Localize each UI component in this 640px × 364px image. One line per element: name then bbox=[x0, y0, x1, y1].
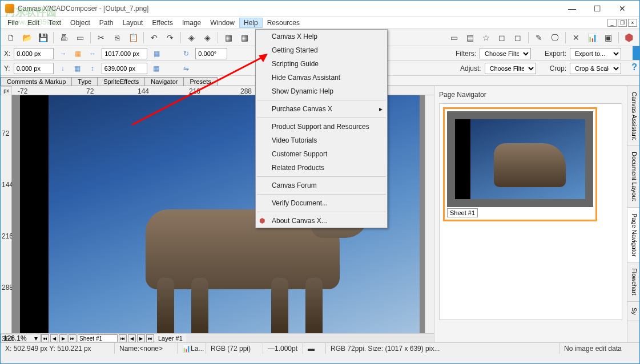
paste-icon[interactable]: 📋 bbox=[126, 31, 140, 45]
collapse-tab[interactable] bbox=[633, 46, 639, 60]
side-tab-sy[interactable]: Sy bbox=[627, 302, 639, 321]
height-input[interactable] bbox=[102, 63, 147, 74]
titlebar: Canvas X?CADComposer - [Output_7.png] — … bbox=[1, 1, 639, 17]
dd-getting-started[interactable]: Getting Started bbox=[256, 43, 387, 57]
lock2-icon[interactable]: ▦ bbox=[151, 63, 162, 74]
angle-input[interactable] bbox=[195, 48, 227, 59]
stack2-icon[interactable]: ▦ bbox=[238, 31, 251, 45]
dd-customer-support[interactable]: Customer Support bbox=[256, 147, 387, 161]
print-icon[interactable]: 🖶 bbox=[57, 31, 71, 45]
status-la: La... bbox=[191, 345, 204, 353]
presentation-icon[interactable]: ▭ bbox=[73, 31, 87, 45]
mdi-minimize[interactable]: _ bbox=[607, 19, 617, 27]
film-icon[interactable]: ▤ bbox=[463, 31, 477, 45]
frame2-icon[interactable]: ◻ bbox=[511, 31, 525, 45]
redo-icon[interactable]: ↷ bbox=[163, 31, 177, 45]
dd-product-support[interactable]: Product Support and Resources bbox=[256, 120, 387, 134]
undo-icon[interactable]: ↶ bbox=[147, 31, 161, 45]
chart-icon[interactable]: 📊 bbox=[585, 31, 599, 45]
menu-window[interactable]: Window bbox=[206, 18, 239, 28]
sheet-thumbnail[interactable]: Sheet #1 bbox=[443, 107, 597, 221]
tab-comments[interactable]: Comments & Markup bbox=[1, 77, 72, 86]
side-tab-canvas-assistant[interactable]: Canvas Assistant bbox=[627, 86, 639, 146]
export-select[interactable]: Export to... bbox=[570, 48, 621, 59]
new-icon[interactable]: 🗋 bbox=[4, 31, 18, 45]
layer-next-icon[interactable]: ▶ bbox=[137, 334, 145, 342]
nav-next-icon[interactable]: ▶ bbox=[59, 334, 67, 342]
dd-scripting-guide[interactable]: Scripting Guide bbox=[256, 57, 387, 71]
copy-icon[interactable]: ⎘ bbox=[110, 31, 124, 45]
tab-navigator[interactable]: Navigator bbox=[144, 77, 184, 86]
layers2-icon[interactable]: ◈ bbox=[200, 31, 214, 45]
menu-edit[interactable]: Edit bbox=[23, 18, 44, 28]
scrollbar-horizontal[interactable] bbox=[186, 334, 434, 342]
canvas-logo-icon: ⬢ bbox=[622, 31, 636, 45]
layer-label: Layer #1 bbox=[155, 334, 186, 342]
edit-icon[interactable]: ✎ bbox=[532, 31, 546, 45]
layer-first-icon[interactable]: ⏮ bbox=[119, 334, 127, 342]
anchor-icon[interactable]: ▦ bbox=[72, 48, 83, 59]
side-tab-document-layout[interactable]: Document Layout bbox=[627, 146, 639, 207]
dd-video-tutorials[interactable]: Video Tutorials bbox=[256, 134, 387, 147]
menu-effects[interactable]: Effects bbox=[147, 18, 177, 28]
width-input[interactable] bbox=[102, 48, 147, 59]
dd-about-canvas-x[interactable]: ⬢About Canvas X... bbox=[256, 214, 387, 228]
filters-label: Filters: bbox=[456, 50, 476, 58]
dd-show-dynamic-help[interactable]: Show Dynamic Help bbox=[256, 84, 387, 98]
save-icon[interactable]: 💾 bbox=[36, 31, 50, 45]
x-input[interactable] bbox=[14, 48, 54, 59]
open-icon[interactable]: 📂 bbox=[20, 31, 34, 45]
dd-verify-document[interactable]: Verify Document... bbox=[256, 196, 387, 210]
rotate-icon[interactable]: ↻ bbox=[180, 48, 192, 59]
menu-image[interactable]: Image bbox=[178, 18, 206, 28]
menu-text[interactable]: Text bbox=[44, 18, 66, 28]
flip-icon[interactable]: ⇋ bbox=[180, 63, 192, 74]
preview-icon[interactable]: ▭ bbox=[447, 31, 461, 45]
side-tab-flowchart[interactable]: Flowchart bbox=[627, 262, 639, 302]
y-input[interactable] bbox=[14, 63, 54, 74]
menu-resources[interactable]: Resources bbox=[263, 18, 304, 28]
dd-related-products[interactable]: Related Products bbox=[256, 161, 387, 175]
dd-canvas-forum[interactable]: Canvas Forum bbox=[256, 179, 387, 192]
menu-path[interactable]: Path bbox=[95, 18, 118, 28]
layers-icon[interactable]: ◈ bbox=[184, 31, 198, 45]
menu-help[interactable]: Help bbox=[239, 18, 263, 28]
menu-layout[interactable]: Layout bbox=[118, 18, 147, 28]
nav-last-icon[interactable]: ⏭ bbox=[69, 334, 77, 342]
height-icon: ↕ bbox=[87, 63, 98, 74]
sheet-select[interactable] bbox=[78, 334, 118, 342]
lock-icon[interactable]: ▦ bbox=[151, 48, 162, 59]
scrollbar-vertical[interactable] bbox=[425, 95, 434, 333]
frame-icon[interactable]: ◻ bbox=[495, 31, 509, 45]
stack-icon[interactable]: ▦ bbox=[222, 31, 235, 45]
cube-icon[interactable]: ▣ bbox=[601, 31, 615, 45]
menu-object[interactable]: Object bbox=[66, 18, 95, 28]
close-button[interactable]: ✕ bbox=[610, 1, 635, 17]
adjust-select[interactable]: Choose Filter bbox=[485, 63, 536, 74]
tab-type[interactable]: Type bbox=[71, 77, 98, 86]
crop-select[interactable]: Crop & Scale bbox=[570, 63, 621, 74]
mdi-close[interactable]: × bbox=[628, 19, 637, 27]
help-icon[interactable]: ? bbox=[631, 62, 637, 72]
star-icon[interactable]: ☆ bbox=[479, 31, 493, 45]
menu-file[interactable]: File bbox=[3, 18, 23, 28]
cut-icon[interactable]: ✂ bbox=[94, 31, 108, 45]
dd-hide-canvas-assistant[interactable]: Hide Canvas Assistant bbox=[256, 71, 387, 84]
filters-select[interactable]: Choose Filter bbox=[480, 48, 531, 59]
anchor2-icon[interactable]: ▦ bbox=[72, 63, 83, 74]
tool1-icon[interactable]: ✕ bbox=[569, 31, 583, 45]
tab-spriteeffects[interactable]: SpriteEffects bbox=[97, 77, 145, 86]
dd-purchase-canvas-x[interactable]: Purchase Canvas X▸ bbox=[256, 102, 387, 116]
nav-prev-icon[interactable]: ◀ bbox=[50, 334, 58, 342]
dd-canvas-x-help[interactable]: Canvas X Help bbox=[256, 30, 387, 43]
layer-prev-icon[interactable]: ◀ bbox=[128, 334, 136, 342]
tab-presets[interactable]: Presets bbox=[183, 77, 217, 86]
maximize-button[interactable]: ☐ bbox=[585, 1, 610, 17]
nav-first-icon[interactable]: ⏮ bbox=[41, 334, 49, 342]
side-tab-page-navigator[interactable]: Page Navigator bbox=[627, 208, 639, 263]
layer-last-icon[interactable]: ⏭ bbox=[146, 334, 154, 342]
width-icon: ↔ bbox=[87, 48, 98, 59]
minimize-button[interactable]: — bbox=[560, 1, 585, 17]
mdi-restore[interactable]: ❐ bbox=[618, 19, 627, 27]
monitor-icon[interactable]: 🖵 bbox=[548, 31, 562, 45]
